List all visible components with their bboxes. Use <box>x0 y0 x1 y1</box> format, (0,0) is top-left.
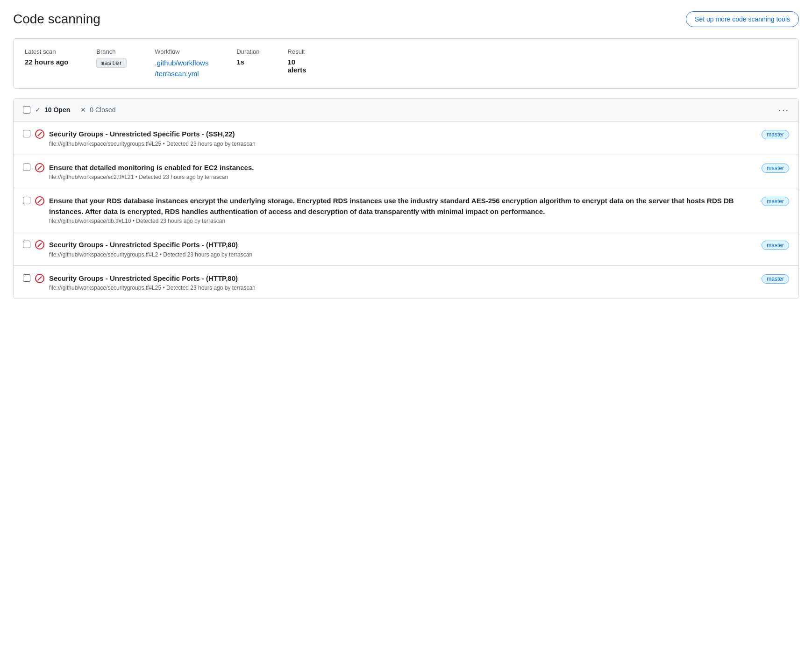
alert-title-2[interactable]: Ensure that your RDS database instances … <box>49 196 757 217</box>
branch-badge-3: master <box>762 241 789 250</box>
result-number: 10 <box>288 58 296 66</box>
workflow-label: Workflow <box>155 48 208 55</box>
branch-badge-1: master <box>762 164 789 173</box>
result-label: Result <box>288 48 306 55</box>
alerts-card: ✓ 10 Open ✕ 0 Closed ··· Security Groups… <box>13 98 799 299</box>
alert-item: Ensure that your RDS database instances … <box>14 188 798 232</box>
more-options-icon[interactable]: ··· <box>778 105 789 114</box>
closed-filter[interactable]: 0 Closed <box>90 106 115 114</box>
workflow-link-line1[interactable]: .github/workflows <box>155 58 208 69</box>
open-filter[interactable]: 10 Open <box>44 106 70 114</box>
alert-checkbox-1[interactable] <box>23 164 30 171</box>
alert-item: Security Groups - Unrestricted Specific … <box>14 266 798 299</box>
scan-row: Latest scan 22 hours ago Branch master W… <box>25 48 787 79</box>
branch-badge-0: master <box>762 130 789 139</box>
scan-info-card: Latest scan 22 hours ago Branch master W… <box>13 38 799 89</box>
alert-item: Security Groups - Unrestricted Specific … <box>14 232 798 266</box>
result-value-group: 10 alerts <box>288 58 306 74</box>
alert-checkbox-0[interactable] <box>23 130 30 137</box>
no-entry-icon-1 <box>35 163 44 172</box>
alert-content-0: Security Groups - Unrestricted Specific … <box>49 129 757 147</box>
result-unit: alerts <box>288 66 306 74</box>
branch-badge-4: master <box>762 274 789 284</box>
filter-bar: ✓ 10 Open ✕ 0 Closed ··· <box>14 99 798 121</box>
latest-scan-value: 22 hours ago <box>25 58 68 66</box>
no-entry-icon-4 <box>35 274 44 283</box>
workflow-link-line2[interactable]: /terrascan.yml <box>155 69 208 79</box>
alert-checkbox-4[interactable] <box>23 274 30 282</box>
alert-title-3[interactable]: Security Groups - Unrestricted Specific … <box>49 240 757 250</box>
branch-badge-2: master <box>762 197 789 206</box>
alert-item: Security Groups - Unrestricted Specific … <box>14 121 798 155</box>
alert-title-4[interactable]: Security Groups - Unrestricted Specific … <box>49 273 757 284</box>
duration-value: 1s <box>236 58 244 66</box>
branch-badge: master <box>96 58 127 68</box>
alert-content-4: Security Groups - Unrestricted Specific … <box>49 273 757 292</box>
duration-label: Duration <box>236 48 259 55</box>
alert-content-2: Ensure that your RDS database instances … <box>49 196 757 224</box>
no-entry-icon-2 <box>35 196 44 206</box>
alert-meta-2: file:///github/workspace/db.tf#L10 • Det… <box>49 218 757 224</box>
x-icon: ✕ <box>80 106 86 114</box>
no-entry-icon-3 <box>35 240 44 250</box>
alert-checkbox-2[interactable] <box>23 197 30 204</box>
alert-item: Ensure that detailed monitoring is enabl… <box>14 155 798 189</box>
setup-tools-button[interactable]: Set up more code scanning tools <box>686 11 799 27</box>
alert-checkbox-3[interactable] <box>23 241 30 248</box>
alert-title-1[interactable]: Ensure that detailed monitoring is enabl… <box>49 163 757 173</box>
alert-title-0[interactable]: Security Groups - Unrestricted Specific … <box>49 129 757 140</box>
alert-meta-3: file:///github/workspace/securitygroups.… <box>49 251 757 258</box>
alert-content-1: Ensure that detailed monitoring is enabl… <box>49 163 757 181</box>
select-all-checkbox[interactable] <box>23 106 30 114</box>
alert-content-3: Security Groups - Unrestricted Specific … <box>49 240 757 258</box>
no-entry-icon-0 <box>35 129 44 139</box>
alert-meta-1: file:///github/workspace/ec2.tf#L21 • De… <box>49 174 757 180</box>
duration-col: Duration 1s <box>236 48 259 66</box>
latest-scan-col: Latest scan 22 hours ago <box>25 48 68 66</box>
branch-label: Branch <box>96 48 127 55</box>
branch-col: Branch master <box>96 48 127 68</box>
workflow-col: Workflow .github/workflows /terrascan.ym… <box>155 48 208 79</box>
latest-scan-label: Latest scan <box>25 48 68 55</box>
alert-meta-4: file:///github/workspace/securitygroups.… <box>49 285 757 291</box>
alert-meta-0: file:///github/workspace/securitygroups.… <box>49 141 757 147</box>
alert-list: Security Groups - Unrestricted Specific … <box>14 121 798 299</box>
checkmark-icon: ✓ <box>35 106 41 114</box>
page-header: Code scanning Set up more code scanning … <box>13 11 799 27</box>
result-col: Result 10 alerts <box>288 48 306 74</box>
page-title: Code scanning <box>13 12 100 27</box>
